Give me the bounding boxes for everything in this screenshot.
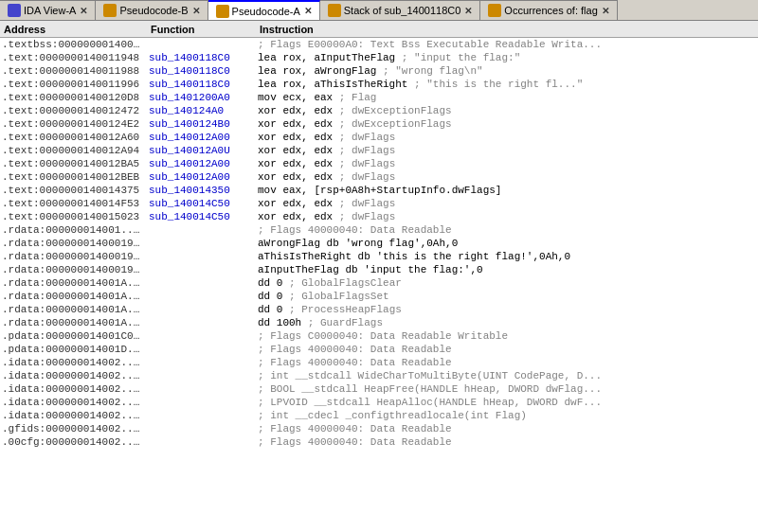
table-row[interactable]: .text:0000000140011996sub_1400118C0lea r… (0, 78, 758, 91)
cell-instruction: ; LPVOID __stdcall HeapAlloc(HANDLE hHea… (256, 397, 758, 408)
cell-instruction: aThisIsTheRight db 'this is the right fl… (256, 251, 758, 262)
cell-instruction: lea rox, aThisIsTheRight ; "this is the … (256, 79, 758, 90)
cell-instruction: dd 100h ; GuardFlags (256, 317, 758, 328)
table-row[interactable]: .idata:000000014002....; Flags 40000040:… (0, 356, 758, 369)
table-row[interactable]: .pdata:000000014001C000; Flags C0000040:… (0, 329, 758, 343)
tab-occ-close[interactable]: ✕ (602, 6, 609, 16)
cell-instruction: dd 0 ; GlobalFlagsClear (256, 277, 758, 289)
table-row[interactable]: .idata:000000014002....; int __stdcall W… (0, 369, 758, 382)
cell-address: .00cfg:000000014002.... (0, 436, 147, 448)
tab-stack-label: Stack of sub_1400118C0 (344, 5, 461, 16)
table-body[interactable]: .textbss:000000001400...; Flags E00000A0… (0, 38, 758, 532)
table-row[interactable]: .gfids:000000014002....; Flags 40000040:… (0, 422, 758, 435)
tab-stack-close[interactable]: ✕ (464, 6, 472, 16)
table-row[interactable]: .textbss:000000001400...; Flags E00000A0… (0, 38, 758, 51)
cell-function: sub_1400118C0 (147, 52, 256, 63)
table-row[interactable]: .text:0000000140012BA5sub_140012A00xor e… (0, 157, 758, 170)
tab-pseudo-b-close[interactable]: ✕ (192, 6, 200, 16)
cell-address: .rdata:000000014001A... (0, 277, 147, 289)
cell-address: .idata:000000014002.... (0, 370, 147, 381)
tab-ida-label: IDA View-A (24, 5, 76, 16)
cell-address: .rdata:00000001400019... (0, 238, 147, 249)
table-row[interactable]: .rdata:00000001400019...aThisIsTheRight … (0, 250, 758, 263)
table-row[interactable]: .text:00000001400124E2sub_1400124B0xor e… (0, 117, 758, 131)
cell-address: .text:0000000140011996 (0, 79, 147, 90)
table-row[interactable]: .text:0000000140015023sub_140014C50xor e… (0, 210, 758, 223)
cell-instruction: xor edx, edx ; dwFlags (256, 132, 758, 143)
cell-instruction: ; BOOL __stdcall HeapFree(HANDLE hHeap, … (256, 383, 758, 395)
tab-pseudo-a-close[interactable]: ✕ (304, 6, 312, 16)
table-row[interactable]: .idata:000000014002....; LPVOID __stdcal… (0, 396, 758, 409)
cell-address: .idata:000000014002.... (0, 357, 147, 368)
tab-bar: IDA View-A ✕ Pseudocode-B ✕ Pseudocode-A… (0, 0, 758, 21)
tab-occ-label: Occurrences of: flag (504, 5, 597, 16)
header-instruction: Instruction (258, 24, 758, 35)
table-row[interactable]: .text:0000000140011988sub_1400118C0lea r… (0, 64, 758, 78)
cell-address: .pdata:000000014001C000 (0, 330, 147, 342)
table-row[interactable]: .text:0000000140011948sub_1400118C0lea r… (0, 51, 758, 64)
table-row[interactable]: .rdata:000000014001A...dd 0 ; GlobalFlag… (0, 276, 758, 290)
tab-ida-view-a[interactable]: IDA View-A ✕ (0, 0, 96, 21)
cell-instruction: mov eax, [rsp+0A8h+StartupInfo.dwFlags] (256, 185, 758, 196)
table-row[interactable]: .pdata:000000014001D...; Flags 40000040:… (0, 343, 758, 356)
tab-stack-sub[interactable]: Stack of sub_1400118C0 ✕ (320, 0, 481, 21)
cell-instruction: ; Flags 40000040: Data Readable (256, 423, 758, 434)
cell-instruction: lea rox, aWrongFlag ; "wrong flag\n" (256, 65, 758, 77)
cell-address: .rdata:000000014001A... (0, 291, 147, 302)
table-row[interactable]: .text:0000000140012A60sub_140012A00xor e… (0, 131, 758, 144)
table-row[interactable]: .rdata:00000001400019...aWrongFlag db 'w… (0, 237, 758, 250)
cell-address: .text:0000000140012A60 (0, 132, 147, 143)
cell-function: sub_140014C50 (147, 211, 256, 222)
table-row[interactable]: .text:0000000140012A94sub_140012A0Uxor e… (0, 144, 758, 157)
tab-ida-close[interactable]: ✕ (80, 6, 87, 16)
table-row[interactable]: .rdata:000000014001A...dd 100h ; GuardFl… (0, 316, 758, 329)
cell-instruction: ; Flags E00000A0: Text Bss Executable Re… (256, 39, 758, 50)
cell-address: .idata:000000014002.... (0, 383, 147, 395)
cell-address: .rdata:00000001400019... (0, 264, 147, 275)
table-row[interactable]: .text:0000000140014375sub_140014350mov e… (0, 184, 758, 197)
cell-address: .text:0000000140012BEB (0, 171, 147, 183)
table-row[interactable]: .text:0000000140014F53sub_140014C50xor e… (0, 197, 758, 210)
tab-pseudocode-b[interactable]: Pseudocode-B ✕ (96, 0, 208, 21)
table-row[interactable]: .rdata:00000001400019...aInputTheFlag db… (0, 263, 758, 276)
ida-icon (8, 4, 21, 17)
header-function: Function (149, 24, 258, 35)
cell-instruction: mov ecx, eax ; Flag (256, 92, 758, 103)
cell-instruction: ; int __stdcall WideCharToMultiByte(UINT… (256, 370, 758, 381)
cell-function: sub_1401200A0 (147, 92, 256, 103)
cell-address: .idata:000000014002.... (0, 410, 147, 421)
cell-address: .rdata:000000014001.... (0, 224, 147, 236)
cell-address: .rdata:000000014001A... (0, 317, 147, 328)
table-row[interactable]: .text:0000000140012BEBsub_140012A00xor e… (0, 170, 758, 184)
cell-address: .text:0000000140014375 (0, 185, 147, 196)
cell-instruction: ; Flags 40000040: Data Readable (256, 344, 758, 355)
tab-pseudo-b-label: Pseudocode-B (119, 5, 188, 16)
tab-pseudocode-a[interactable]: Pseudocode-A ✕ (208, 0, 320, 21)
table-row[interactable]: .text:0000000140012472sub_140124A0xor ed… (0, 104, 758, 117)
table-row[interactable]: .rdata:000000014001A...dd 0 ; ProcessHea… (0, 303, 758, 316)
cell-instruction: ; Flags C0000040: Data Readable Writable (256, 330, 758, 342)
table-row[interactable]: .rdata:000000014001....; Flags 40000040:… (0, 223, 758, 237)
cell-instruction: xor edx, edx ; dwFlags (256, 171, 758, 183)
cell-function: sub_1400124B0 (147, 118, 256, 130)
cell-address: .text:00000001400120D8 (0, 92, 147, 103)
cell-instruction: dd 0 ; GlobalFlagsSet (256, 291, 758, 302)
table-row[interactable]: .idata:000000014002....; BOOL __stdcall … (0, 382, 758, 396)
column-headers: Address Function Instruction (0, 21, 758, 38)
cell-address: .text:0000000140012A94 (0, 145, 147, 156)
cell-instruction: aInputTheFlag db 'input the flag:',0 (256, 264, 758, 275)
cell-address: .text:0000000140012BA5 (0, 158, 147, 169)
cell-function: sub_140124A0 (147, 105, 256, 116)
table-row[interactable]: .idata:000000014002....; int __cdecl _co… (0, 409, 758, 422)
table-row[interactable]: .rdata:000000014001A...dd 0 ; GlobalFlag… (0, 290, 758, 303)
cell-address: .rdata:000000014001A... (0, 304, 147, 315)
cell-instruction: dd 0 ; ProcessHeapFlags (256, 304, 758, 315)
cell-address: .idata:000000014002.... (0, 397, 147, 408)
tab-occurrences[interactable]: Occurrences of: flag ✕ (480, 0, 617, 21)
table-row[interactable]: .00cfg:000000014002....; Flags 40000040:… (0, 435, 758, 449)
cell-address: .text:0000000140011988 (0, 65, 147, 77)
cell-function: sub_140012A0U (147, 145, 256, 156)
pseudo-b-icon (103, 4, 117, 17)
table-row[interactable]: .text:00000001400120D8sub_1401200A0mov e… (0, 91, 758, 104)
cell-address: .text:0000000140011948 (0, 52, 147, 63)
